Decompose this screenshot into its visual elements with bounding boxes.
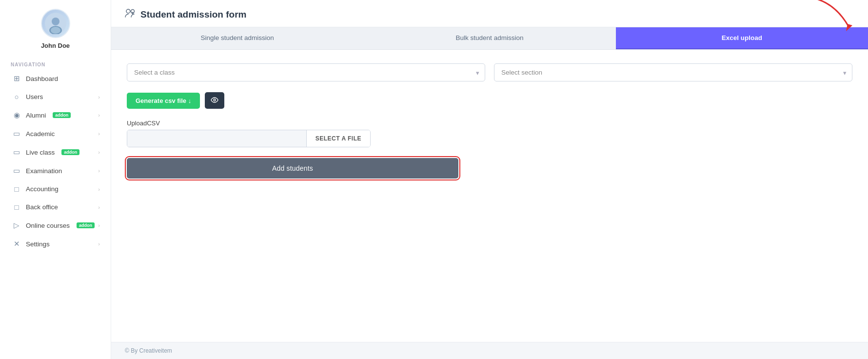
user-profile: John Doe — [0, 9, 111, 58]
chevron-right-icon: › — [98, 186, 100, 192]
svg-point-1 — [52, 18, 59, 25]
nav-items: ⊞ Dashboard ○ Users › ◉ Alumni addon › ▭ — [0, 69, 111, 253]
sidebar-item-accounting[interactable]: □ Accounting › — [0, 180, 111, 198]
sidebar-item-academic[interactable]: ▭ Academic › — [0, 124, 111, 143]
online-courses-icon: ▷ — [12, 221, 21, 230]
sidebar-item-online-courses[interactable]: ▷ Online courses addon › — [0, 216, 111, 235]
sidebar-item-label: Academic — [26, 130, 55, 138]
back-office-icon: □ — [12, 203, 21, 211]
sidebar-item-users[interactable]: ○ Users › — [0, 88, 111, 106]
username: John Doe — [41, 42, 70, 49]
accounting-icon: □ — [12, 185, 21, 193]
alumni-icon: ◉ — [12, 111, 21, 120]
sidebar-item-examination[interactable]: ▭ Examination › — [0, 161, 111, 180]
users-icon: ○ — [12, 93, 21, 101]
tabs-row: Single student admission Bulk student ad… — [111, 27, 868, 50]
svg-point-3 — [51, 27, 60, 34]
chevron-right-icon: › — [98, 222, 100, 228]
eye-icon — [211, 97, 218, 104]
section-select[interactable]: Select section — [494, 63, 852, 81]
svg-point-4 — [126, 9, 130, 13]
sidebar-item-settings[interactable]: ✕ Settings › — [0, 235, 111, 253]
sidebar-item-label: Back office — [26, 203, 58, 211]
generate-csv-label: Generate csv file ↓ — [136, 97, 191, 104]
chevron-right-icon: › — [98, 112, 100, 118]
addon-badge: addon — [53, 112, 71, 118]
sidebar-item-label: Users — [26, 93, 43, 100]
addon-badge: addon — [61, 149, 79, 155]
footer-text: © By Creativeitem — [125, 347, 172, 354]
sidebar-item-label: Online courses — [26, 222, 70, 229]
file-placeholder — [127, 130, 306, 147]
settings-icon: ✕ — [12, 239, 21, 248]
live-class-icon: ▭ — [12, 148, 21, 157]
sidebar-item-label: Live class — [26, 149, 55, 156]
tab-single-student[interactable]: Single student admission — [111, 27, 363, 49]
admission-icon — [125, 9, 136, 20]
add-students-wrapper: Add students — [127, 158, 458, 179]
sidebar-item-alumni[interactable]: ◉ Alumni addon › — [0, 106, 111, 124]
main-content: Student admission form Single student ad… — [111, 0, 868, 359]
sidebar-item-label: Examination — [26, 167, 62, 175]
page-title: Student admission form — [140, 9, 246, 20]
add-students-button[interactable]: Add students — [127, 158, 458, 179]
chevron-right-icon: › — [98, 168, 100, 174]
dashboard-icon: ⊞ — [12, 74, 21, 83]
sidebar-item-dashboard[interactable]: ⊞ Dashboard — [0, 69, 111, 88]
tab-bulk-student[interactable]: Bulk student admission — [363, 27, 615, 49]
sidebar-item-back-office[interactable]: □ Back office › — [0, 198, 111, 216]
footer: © By Creativeitem — [111, 342, 868, 359]
upload-csv-label: UploadCSV — [127, 120, 852, 127]
content-area: Select a class ▾ Select section ▾ Genera… — [111, 50, 868, 342]
class-section-row: Select a class ▾ Select section ▾ — [127, 63, 852, 81]
chevron-right-icon: › — [98, 149, 100, 155]
sidebar-item-label: Dashboard — [26, 75, 58, 82]
sidebar-item-label: Alumni — [26, 112, 46, 119]
chevron-right-icon: › — [98, 131, 100, 137]
sidebar-item-live-class[interactable]: ▭ Live class addon › — [0, 143, 111, 161]
addon-badge: addon — [77, 222, 95, 228]
preview-button[interactable] — [205, 92, 224, 109]
sidebar-item-label: Settings — [26, 240, 50, 248]
sidebar-item-label: Accounting — [26, 185, 59, 193]
academic-icon: ▭ — [12, 129, 21, 138]
examination-icon: ▭ — [12, 166, 21, 175]
chevron-right-icon: › — [98, 204, 100, 210]
page-header: Student admission form — [111, 0, 868, 27]
upload-area: SELECT A FILE — [127, 130, 371, 147]
section-select-wrapper: Select section ▾ — [494, 63, 852, 81]
class-select[interactable]: Select a class — [127, 63, 485, 81]
tab-excel-upload[interactable]: Excel upload — [616, 27, 868, 49]
nav-label: NAVIGATION — [0, 58, 56, 69]
generate-csv-button[interactable]: Generate csv file ↓ — [127, 93, 200, 109]
svg-point-9 — [214, 99, 216, 101]
select-file-button[interactable]: SELECT A FILE — [306, 130, 370, 147]
class-select-wrapper: Select a class ▾ — [127, 63, 485, 81]
chevron-right-icon: › — [98, 241, 100, 247]
chevron-right-icon: › — [98, 94, 100, 100]
avatar — [41, 9, 70, 38]
generate-row: Generate csv file ↓ — [127, 92, 852, 109]
sidebar: John Doe NAVIGATION ⊞ Dashboard ○ Users … — [0, 0, 111, 359]
